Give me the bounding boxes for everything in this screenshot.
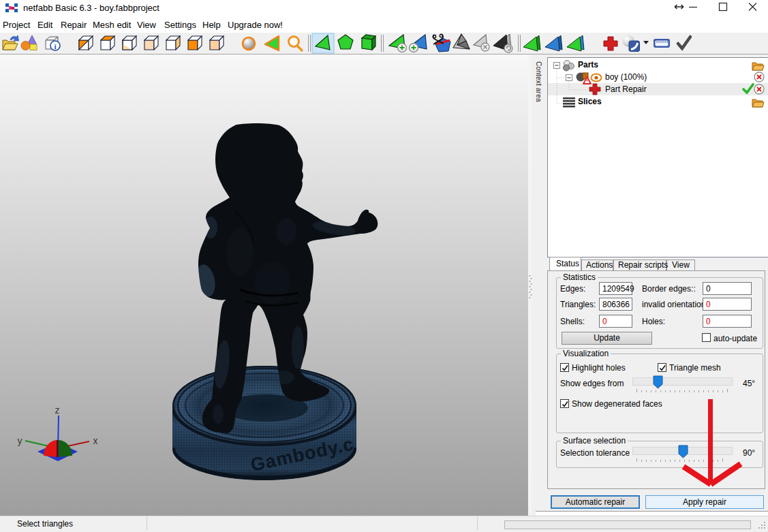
svg-text:z: z — [55, 405, 60, 416]
svg-text:x: x — [93, 435, 98, 446]
svg-text:y: y — [18, 435, 22, 446]
svg-text:i: i — [54, 42, 56, 50]
